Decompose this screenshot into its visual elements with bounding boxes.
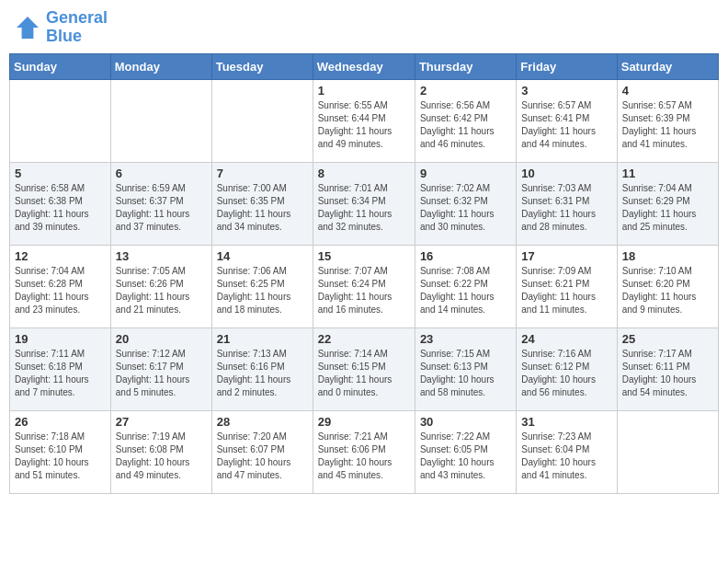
calendar-day-cell: 15Sunrise: 7:07 AM Sunset: 6:24 PM Dayli… [313,245,415,327]
day-number: 18 [622,249,713,263]
calendar-week-row: 12Sunrise: 7:04 AM Sunset: 6:28 PM Dayli… [10,245,719,327]
weekday-header-thursday: Thursday [415,53,516,79]
calendar-day-cell: 7Sunrise: 7:00 AM Sunset: 6:35 PM Daylig… [211,162,313,245]
calendar-day-cell: 9Sunrise: 7:02 AM Sunset: 6:32 PM Daylig… [415,162,516,245]
day-info: Sunrise: 7:14 AM Sunset: 6:15 PM Dayligh… [318,348,410,399]
day-info: Sunrise: 7:22 AM Sunset: 6:05 PM Dayligh… [420,431,511,482]
day-number: 14 [217,249,308,263]
day-number: 3 [521,84,611,98]
day-info: Sunrise: 7:16 AM Sunset: 6:12 PM Dayligh… [521,348,611,399]
day-info: Sunrise: 6:57 AM Sunset: 6:41 PM Dayligh… [521,99,611,151]
calendar-day-cell: 18Sunrise: 7:10 AM Sunset: 6:20 PM Dayli… [617,245,718,327]
day-info: Sunrise: 7:04 AM Sunset: 6:28 PM Dayligh… [15,265,106,316]
day-number: 8 [318,167,410,180]
empty-cell [110,79,211,162]
day-info: Sunrise: 7:21 AM Sunset: 6:06 PM Dayligh… [318,431,410,482]
weekday-header-row: SundayMondayTuesdayWednesdayThursdayFrid… [10,53,719,79]
logo-icon [13,13,42,42]
day-number: 26 [15,415,106,429]
logo: General Blue [13,9,108,46]
calendar-day-cell: 6Sunrise: 6:59 AM Sunset: 6:37 PM Daylig… [110,162,211,245]
day-info: Sunrise: 6:56 AM Sunset: 6:42 PM Dayligh… [420,99,511,151]
day-number: 28 [217,415,308,429]
day-info: Sunrise: 7:12 AM Sunset: 6:17 PM Dayligh… [116,348,207,399]
day-number: 17 [521,249,611,263]
calendar-day-cell: 13Sunrise: 7:05 AM Sunset: 6:26 PM Dayli… [110,245,211,327]
calendar-day-cell: 3Sunrise: 6:57 AM Sunset: 6:41 PM Daylig… [517,79,617,162]
day-info: Sunrise: 7:05 AM Sunset: 6:26 PM Dayligh… [116,265,207,316]
day-number: 27 [116,415,207,429]
day-info: Sunrise: 7:20 AM Sunset: 6:07 PM Dayligh… [217,431,308,482]
calendar-day-cell: 20Sunrise: 7:12 AM Sunset: 6:17 PM Dayli… [110,327,211,410]
day-number: 5 [15,167,106,180]
day-number: 4 [622,84,713,98]
calendar-day-cell: 30Sunrise: 7:22 AM Sunset: 6:05 PM Dayli… [415,410,516,493]
day-info: Sunrise: 7:10 AM Sunset: 6:20 PM Dayligh… [622,265,713,316]
day-number: 22 [318,332,410,346]
calendar-day-cell: 19Sunrise: 7:11 AM Sunset: 6:18 PM Dayli… [10,327,111,410]
empty-cell [211,79,313,162]
calendar-day-cell: 27Sunrise: 7:19 AM Sunset: 6:08 PM Dayli… [110,410,211,493]
day-info: Sunrise: 7:17 AM Sunset: 6:11 PM Dayligh… [622,348,713,399]
day-info: Sunrise: 7:18 AM Sunset: 6:10 PM Dayligh… [15,431,106,482]
calendar-day-cell: 25Sunrise: 7:17 AM Sunset: 6:11 PM Dayli… [617,327,718,410]
calendar-day-cell: 24Sunrise: 7:16 AM Sunset: 6:12 PM Dayli… [517,327,617,410]
calendar-day-cell: 11Sunrise: 7:04 AM Sunset: 6:29 PM Dayli… [617,162,718,245]
calendar-week-row: 19Sunrise: 7:11 AM Sunset: 6:18 PM Dayli… [10,327,719,410]
day-info: Sunrise: 7:06 AM Sunset: 6:25 PM Dayligh… [217,265,308,316]
day-number: 2 [420,84,511,98]
calendar-week-row: 26Sunrise: 7:18 AM Sunset: 6:10 PM Dayli… [10,410,719,493]
weekday-header-wednesday: Wednesday [313,53,415,79]
day-number: 30 [420,415,511,429]
day-info: Sunrise: 7:15 AM Sunset: 6:13 PM Dayligh… [420,348,511,399]
calendar-day-cell: 26Sunrise: 7:18 AM Sunset: 6:10 PM Dayli… [10,410,111,493]
day-number: 9 [420,167,511,180]
day-info: Sunrise: 7:08 AM Sunset: 6:22 PM Dayligh… [420,265,511,316]
day-number: 29 [318,415,410,429]
day-number: 7 [217,167,308,180]
day-info: Sunrise: 7:13 AM Sunset: 6:16 PM Dayligh… [217,348,308,399]
day-number: 1 [318,84,410,98]
weekday-header-tuesday: Tuesday [211,53,313,79]
calendar-day-cell: 5Sunrise: 6:58 AM Sunset: 6:38 PM Daylig… [10,162,111,245]
day-info: Sunrise: 7:00 AM Sunset: 6:35 PM Dayligh… [217,182,308,234]
day-info: Sunrise: 7:19 AM Sunset: 6:08 PM Dayligh… [116,431,207,482]
day-number: 15 [318,249,410,263]
day-number: 20 [116,332,207,346]
day-number: 12 [15,249,106,263]
day-number: 25 [622,332,713,346]
calendar-day-cell: 2Sunrise: 6:56 AM Sunset: 6:42 PM Daylig… [415,79,516,162]
calendar-day-cell: 14Sunrise: 7:06 AM Sunset: 6:25 PM Dayli… [211,245,313,327]
logo-text: General Blue [46,9,108,46]
calendar-week-row: 1Sunrise: 6:55 AM Sunset: 6:44 PM Daylig… [10,79,719,162]
day-info: Sunrise: 6:55 AM Sunset: 6:44 PM Dayligh… [318,99,410,151]
day-number: 10 [521,167,611,180]
day-number: 23 [420,332,511,346]
calendar-day-cell: 4Sunrise: 6:57 AM Sunset: 6:39 PM Daylig… [617,79,718,162]
day-info: Sunrise: 7:11 AM Sunset: 6:18 PM Dayligh… [15,348,106,399]
day-info: Sunrise: 7:04 AM Sunset: 6:29 PM Dayligh… [622,182,713,234]
calendar-day-cell: 17Sunrise: 7:09 AM Sunset: 6:21 PM Dayli… [517,245,617,327]
day-info: Sunrise: 7:01 AM Sunset: 6:34 PM Dayligh… [318,182,410,234]
calendar-week-row: 5Sunrise: 6:58 AM Sunset: 6:38 PM Daylig… [10,162,719,245]
calendar-day-cell: 22Sunrise: 7:14 AM Sunset: 6:15 PM Dayli… [313,327,415,410]
weekday-header-monday: Monday [110,53,211,79]
day-number: 21 [217,332,308,346]
day-number: 6 [116,167,207,180]
calendar-day-cell: 16Sunrise: 7:08 AM Sunset: 6:22 PM Dayli… [415,245,516,327]
weekday-header-friday: Friday [517,53,617,79]
calendar-day-cell: 31Sunrise: 7:23 AM Sunset: 6:04 PM Dayli… [517,410,617,493]
weekday-header-sunday: Sunday [10,53,111,79]
calendar-day-cell: 8Sunrise: 7:01 AM Sunset: 6:34 PM Daylig… [313,162,415,245]
day-info: Sunrise: 7:02 AM Sunset: 6:32 PM Dayligh… [420,182,511,234]
day-number: 16 [420,249,511,263]
day-info: Sunrise: 7:09 AM Sunset: 6:21 PM Dayligh… [521,265,611,316]
day-number: 13 [116,249,207,263]
day-info: Sunrise: 6:58 AM Sunset: 6:38 PM Dayligh… [15,182,106,234]
day-number: 19 [15,332,106,346]
day-number: 11 [622,167,713,180]
day-info: Sunrise: 7:23 AM Sunset: 6:04 PM Dayligh… [521,431,611,482]
calendar-day-cell: 12Sunrise: 7:04 AM Sunset: 6:28 PM Dayli… [10,245,111,327]
day-info: Sunrise: 7:07 AM Sunset: 6:24 PM Dayligh… [318,265,410,316]
calendar-day-cell: 1Sunrise: 6:55 AM Sunset: 6:44 PM Daylig… [313,79,415,162]
